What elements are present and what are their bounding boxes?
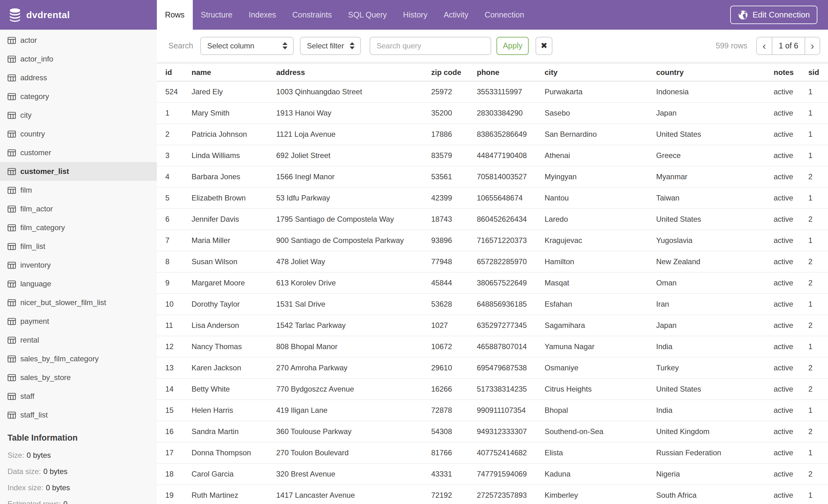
column-header-address[interactable]: address	[276, 68, 431, 77]
sidebar-item-film[interactable]: film	[0, 181, 157, 199]
table-row[interactable]: 15Helen Harris419 Iligan Lane72878990911…	[157, 400, 828, 421]
cell-country: Japan	[656, 321, 774, 330]
cell-sid: 2	[808, 427, 828, 436]
column-select[interactable]: Select column	[200, 37, 294, 55]
column-header-notes[interactable]: notes	[774, 68, 808, 77]
table-row[interactable]: 1Mary Smith1913 Hanoi Way352002830338429…	[157, 103, 828, 124]
column-header-sid[interactable]: sid	[808, 68, 828, 77]
sidebar-item-actor[interactable]: actor	[0, 31, 157, 50]
column-select-value: Select column	[207, 42, 254, 50]
edit-connection-button[interactable]: Edit Connection	[730, 6, 817, 24]
table-row[interactable]: 12Nancy Thomas808 Bhopal Manor1067246588…	[157, 336, 828, 358]
cell-phone: 448477190408	[477, 151, 545, 160]
table-row[interactable]: 524Jared Ely1003 Qinhuangdao Street25972…	[157, 82, 828, 103]
sidebar-item-label: actor	[20, 36, 37, 45]
cell-name: Helen Harris	[192, 406, 276, 415]
cell-address: 320 Brest Avenue	[276, 470, 431, 478]
sidebar-item-label: inventory	[20, 261, 51, 270]
table-row[interactable]: 5Elizabeth Brown53 Idfu Parkway423991065…	[157, 188, 828, 209]
table-information-title: Table Information	[7, 433, 149, 443]
cell-id: 3	[165, 151, 192, 160]
tab-activity[interactable]: Activity	[436, 0, 477, 30]
table-row[interactable]: 9Margaret Moore613 Korolev Drive45844380…	[157, 273, 828, 294]
sidebar-item-payment[interactable]: payment	[0, 312, 157, 331]
table-row[interactable]: 7Maria Miller900 Santiago de Compostela …	[157, 230, 828, 251]
table-row[interactable]: 14Betty White770 Bydgoszcz Avenue1626651…	[157, 379, 828, 400]
cell-phone: 35533115997	[477, 87, 545, 96]
column-header-zip-code[interactable]: zip code	[431, 68, 477, 77]
sidebar-item-label: city	[20, 111, 32, 120]
table-icon	[7, 187, 16, 194]
clear-search-button[interactable]: ✖	[536, 37, 552, 55]
apply-button[interactable]: Apply	[496, 37, 529, 55]
table-row[interactable]: 6Jennifer Davis1795 Santiago de Composte…	[157, 209, 828, 230]
cell-address: 770 Bydgoszcz Avenue	[276, 385, 431, 394]
cell-city: Yamuna Nagar	[545, 342, 656, 351]
sidebar-item-category[interactable]: category	[0, 87, 157, 106]
cell-address: 1542 Tarlac Parkway	[276, 321, 431, 330]
sidebar-item-rental[interactable]: rental	[0, 331, 157, 350]
cell-notes: active	[774, 215, 808, 224]
cell-city: Kaduna	[545, 470, 656, 478]
tab-rows[interactable]: Rows	[157, 0, 193, 30]
column-header-name[interactable]: name	[192, 68, 276, 77]
tab-sql-query[interactable]: SQL Query	[340, 0, 395, 30]
table-row[interactable]: 16Sandra Martin360 Toulouse Parkway54308…	[157, 421, 828, 443]
column-header-country[interactable]: country	[656, 68, 774, 77]
tab-history[interactable]: History	[395, 0, 436, 30]
table-row[interactable]: 4Barbara Jones1566 Inegl Manor5356170581…	[157, 167, 828, 188]
cell-notes: active	[774, 385, 808, 394]
table-row[interactable]: 19Ruth Martinez1417 Lancaster Avenue7219…	[157, 485, 828, 504]
cell-sid: 1	[808, 87, 828, 96]
cell-phone: 517338314235	[477, 385, 545, 394]
database-name: dvdrental	[26, 10, 70, 20]
sidebar-item-address[interactable]: address	[0, 68, 157, 87]
sidebar-item-customer[interactable]: customer	[0, 143, 157, 162]
table-row[interactable]: 2Patricia Johnson1121 Loja Avenue1788683…	[157, 124, 828, 145]
tab-structure[interactable]: Structure	[193, 0, 241, 30]
sidebar-item-film_list[interactable]: film_list	[0, 237, 157, 256]
search-query-input[interactable]	[370, 37, 491, 55]
cell-phone: 272572357893	[477, 491, 545, 500]
cell-city: Citrus Heights	[545, 385, 656, 394]
table-row[interactable]: 11Lisa Anderson1542 Tarlac Parkway102763…	[157, 315, 828, 336]
sidebar-item-actor_info[interactable]: actor_info	[0, 50, 157, 68]
next-page-button[interactable]: ›	[804, 38, 820, 54]
cell-zip-code: 72878	[431, 406, 477, 415]
table-row[interactable]: 13Karen Jackson270 Amroha Parkway2961069…	[157, 358, 828, 379]
sidebar-item-customer_list[interactable]: customer_list	[0, 162, 157, 181]
sidebar-item-sales_by_film_category[interactable]: sales_by_film_category	[0, 350, 157, 368]
table-row[interactable]: 8Susan Wilson478 Joliet Way7794865728228…	[157, 251, 828, 273]
cell-zip-code: 29610	[431, 364, 477, 372]
tab-connection[interactable]: Connection	[477, 0, 532, 30]
table-row[interactable]: 3Linda Williams692 Joliet Street83579448…	[157, 145, 828, 167]
cell-address: 478 Joliet Way	[276, 257, 431, 266]
cell-name: Lisa Anderson	[192, 321, 276, 330]
previous-page-button[interactable]: ‹	[757, 38, 772, 54]
column-header-id[interactable]: id	[165, 68, 192, 77]
sidebar-item-label: rental	[20, 336, 39, 345]
tab-indexes[interactable]: Indexes	[241, 0, 284, 30]
sidebar-item-country[interactable]: country	[0, 125, 157, 143]
sidebar-item-sales_by_store[interactable]: sales_by_store	[0, 368, 157, 387]
sidebar-item-inventory[interactable]: inventory	[0, 256, 157, 274]
sidebar-item-label: payment	[20, 317, 49, 326]
cell-sid: 1	[808, 448, 828, 457]
table-row[interactable]: 10Dorothy Taylor1531 Sal Drive5362864885…	[157, 294, 828, 315]
sidebar-item-language[interactable]: language	[0, 274, 157, 293]
sidebar-item-city[interactable]: city	[0, 106, 157, 125]
sidebar-item-nicer_but_slower_film_list[interactable]: nicer_but_slower_film_list	[0, 293, 157, 312]
table-row[interactable]: 17Donna Thompson270 Toulon Boulevard8176…	[157, 443, 828, 464]
filter-select[interactable]: Select filter	[300, 37, 361, 55]
tab-constraints[interactable]: Constraints	[284, 0, 340, 30]
column-header-phone[interactable]: phone	[477, 68, 545, 77]
table-icon	[7, 112, 16, 119]
cell-notes: active	[774, 491, 808, 500]
sidebar-item-staff[interactable]: staff	[0, 387, 157, 406]
cell-notes: active	[774, 172, 808, 181]
table-row[interactable]: 18Carol Garcia320 Brest Avenue4333174779…	[157, 464, 828, 485]
sidebar-item-film_category[interactable]: film_category	[0, 218, 157, 237]
column-header-city[interactable]: city	[545, 68, 656, 77]
sidebar-item-film_actor[interactable]: film_actor	[0, 199, 157, 218]
sidebar-item-staff_list[interactable]: staff_list	[0, 406, 157, 424]
